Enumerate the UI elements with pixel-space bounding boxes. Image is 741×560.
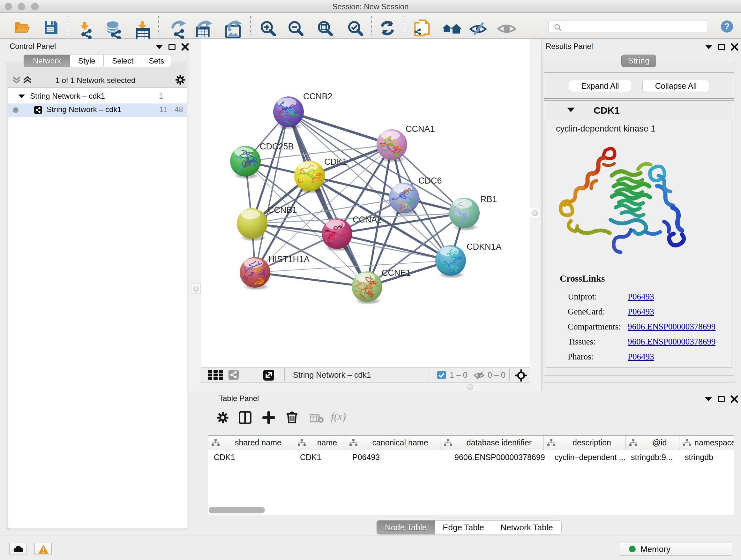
- svg-text:CCNB2: CCNB2: [303, 91, 333, 101]
- svg-text:CCNB1: CCNB1: [268, 205, 297, 215]
- svg-text:RB1: RB1: [480, 194, 497, 204]
- svg-text:CDC25B: CDC25B: [260, 142, 294, 151]
- svg-text:CDC6: CDC6: [418, 176, 442, 186]
- svg-text:CCNA2: CCNA2: [353, 215, 382, 225]
- svg-text:CDKN1A: CDKN1A: [467, 242, 502, 252]
- svg-text:HIST1H1A: HIST1H1A: [268, 254, 310, 264]
- svg-text:CDK1: CDK1: [324, 157, 347, 167]
- svg-text:CCNA1: CCNA1: [406, 124, 435, 134]
- svg-text:CCNE1: CCNE1: [382, 268, 411, 278]
- svg-text:?: ?: [724, 22, 730, 31]
